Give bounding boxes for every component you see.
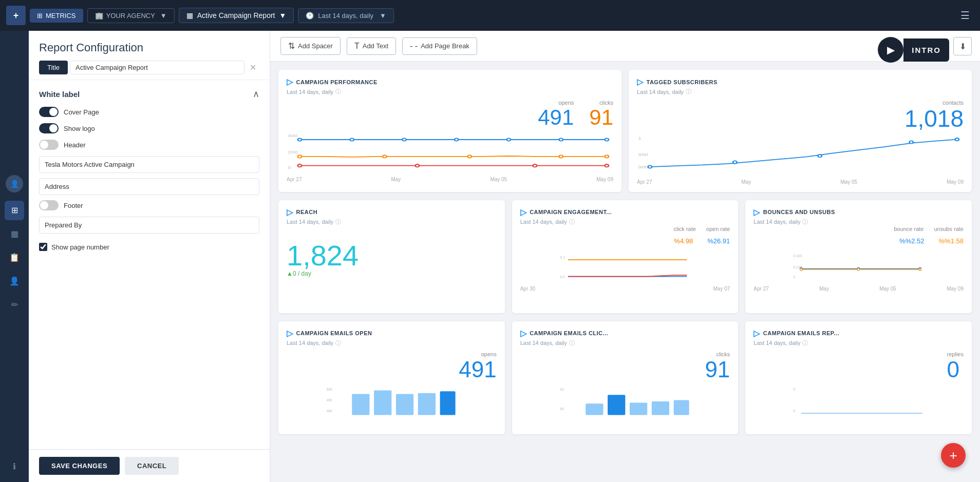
svg-text:0.0: 0.0 (560, 275, 565, 279)
clock-icon: 🕐 (306, 12, 314, 20)
sidebar-item-edit[interactable]: ✏ (5, 295, 24, 315)
svg-text:1: 1 (638, 136, 642, 140)
save-changes-button[interactable]: SAVE CHANGES (39, 457, 120, 475)
reach-metric: 1,824 (287, 241, 497, 270)
add-text-button[interactable]: T Add Text (347, 37, 396, 55)
tagged-sub-chart: 1 950 900 Apr 27MayMay 05May 09 (637, 134, 964, 185)
config-tab-row: Title ✕ (39, 61, 259, 74)
campaign-performance-card: ▷ CAMPAIGN PERFORMANCE Last 14 days, dai… (278, 70, 621, 192)
card-title: ▷ CAMPAIGN EMAILS REP... (753, 329, 964, 338)
svg-point-10 (298, 155, 302, 158)
download-icon: ⬇ (959, 42, 966, 51)
card-subtitle: Last 14 days, daily ⓘ (637, 88, 964, 95)
card-title: ▷ REACH (287, 207, 497, 217)
user-avatar[interactable]: 👤 (6, 175, 23, 192)
sidebar-item-dashboard[interactable]: ▦ (5, 224, 24, 244)
cover-page-toggle[interactable] (39, 107, 59, 117)
emails-replies-metric: 0 (947, 357, 964, 382)
header-toggle[interactable] (39, 140, 59, 150)
svg-point-35 (800, 268, 802, 270)
bounces-metrics: %%2.52 %%1.58 (753, 234, 964, 246)
show-page-number-checkbox[interactable] (39, 243, 47, 251)
svg-text:490: 490 (326, 398, 332, 402)
hamburger-menu-button[interactable]: ☰ (956, 7, 974, 24)
svg-text:480: 480 (326, 409, 332, 413)
unsubs-rate-metric: %%1.58 (939, 234, 964, 246)
bounce-rate-metric: %%2.52 (899, 234, 924, 246)
sidebar-item-home[interactable]: ⊞ (5, 201, 24, 220)
emails-clicks-metric: 91 (705, 357, 730, 382)
info-circle-icon: ⓘ (335, 88, 341, 95)
white-label-section: White label ∧ (39, 88, 259, 100)
config-title-input[interactable] (70, 61, 244, 74)
svg-point-37 (919, 268, 921, 270)
rate-row: click rate open rate (520, 226, 730, 232)
app-name-button[interactable]: ⊞ METRICS (30, 9, 83, 23)
sidebar-item-reports[interactable]: 📋 (5, 248, 24, 267)
svg-text:900: 900 (638, 164, 649, 169)
svg-rect-43 (396, 394, 413, 415)
chart-dates: Apr 27MayMay 05May 09 (637, 179, 964, 185)
svg-text:0.020: 0.020 (794, 254, 802, 258)
download-button[interactable]: ⬇ (953, 37, 972, 55)
spacer-icon: ⇅ (288, 41, 295, 51)
svg-point-8 (559, 139, 563, 141)
report-grid-row1: ▷ CAMPAIGN PERFORMANCE Last 14 days, dai… (270, 62, 980, 200)
card-title: ▷ BOUNCES AND UNSUBS (753, 207, 964, 217)
svg-text:400: 400 (288, 133, 298, 138)
info-circle-icon: ⓘ (569, 339, 575, 347)
card-subtitle: Last 14 days, daily ⓘ (287, 339, 497, 347)
report-title-dropdown[interactable]: ▦ Active Campaign Report ▼ (179, 8, 294, 23)
add-spacer-button[interactable]: ⇅ Add Spacer (280, 37, 341, 55)
add-fab-button[interactable]: + (941, 443, 966, 468)
arrow-icon: ▷ (753, 207, 760, 217)
info-circle-icon: ⓘ (569, 218, 575, 226)
emails-replies-card: ▷ CAMPAIGN EMAILS REP... Last 14 days, d… (745, 321, 972, 434)
play-icon: ▶ (887, 44, 895, 56)
replies-label: replies (947, 351, 964, 357)
address-input[interactable] (39, 178, 259, 195)
agency-dropdown[interactable]: 🏢 YOUR AGENCY ▼ (87, 8, 175, 23)
card-title: ▷ CAMPAIGN PERFORMANCE (287, 77, 613, 87)
svg-text:0: 0 (794, 275, 796, 279)
section-collapse-button[interactable]: ∧ (253, 88, 259, 100)
intro-badge[interactable]: ▶ INTRO (878, 37, 949, 63)
config-tab-close-button[interactable]: ✕ (247, 61, 259, 74)
rate-row: bounce rate unsubs rate (753, 226, 964, 232)
clicks-label: clicks (705, 351, 730, 357)
show-logo-toggle[interactable] (39, 123, 59, 133)
campaign-name-input[interactable] (39, 156, 259, 173)
card-subtitle: Last 14 days, daily ⓘ (753, 218, 964, 226)
arrow-icon: ▷ (287, 207, 293, 217)
add-page-break-button[interactable]: - - Add Page Break (402, 37, 477, 55)
sidebar-item-info[interactable]: ℹ (5, 456, 24, 476)
cancel-button[interactable]: CANCEL (125, 457, 179, 475)
svg-point-6 (455, 139, 459, 141)
sidebar-item-users[interactable]: 👤 (5, 272, 24, 291)
time-range-dropdown[interactable]: 🕐 Last 14 days, daily ▼ (298, 8, 394, 23)
page-number-checkbox-row: Show page number (39, 243, 259, 251)
svg-rect-50 (630, 403, 647, 415)
config-tab-title[interactable]: Title (39, 61, 68, 74)
svg-text:950: 950 (638, 152, 649, 157)
intro-label[interactable]: INTRO (903, 38, 949, 62)
svg-text:5: 5 (794, 388, 796, 391)
svg-point-4 (350, 139, 354, 141)
svg-point-16 (416, 164, 420, 167)
opens-label: opens (459, 351, 496, 357)
card-title: ▷ TAGGED SUBSCRIBERS (637, 77, 964, 87)
svg-rect-44 (418, 393, 436, 415)
cover-page-toggle-row: Cover Page (39, 107, 259, 117)
info-circle-icon: ⓘ (335, 339, 341, 347)
svg-rect-49 (608, 395, 625, 415)
chevron-down-icon: ▼ (160, 12, 167, 20)
card-subtitle: Last 14 days, daily ⓘ (287, 218, 497, 226)
svg-rect-48 (586, 403, 603, 415)
chart-dates: Apr 30May 07 (520, 286, 730, 292)
prepared-by-input[interactable] (39, 217, 259, 234)
footer-toggle[interactable] (39, 200, 59, 210)
logo-button[interactable]: + (6, 6, 26, 25)
svg-point-18 (605, 164, 609, 167)
svg-point-15 (298, 164, 302, 167)
intro-play-button[interactable]: ▶ (878, 37, 903, 63)
